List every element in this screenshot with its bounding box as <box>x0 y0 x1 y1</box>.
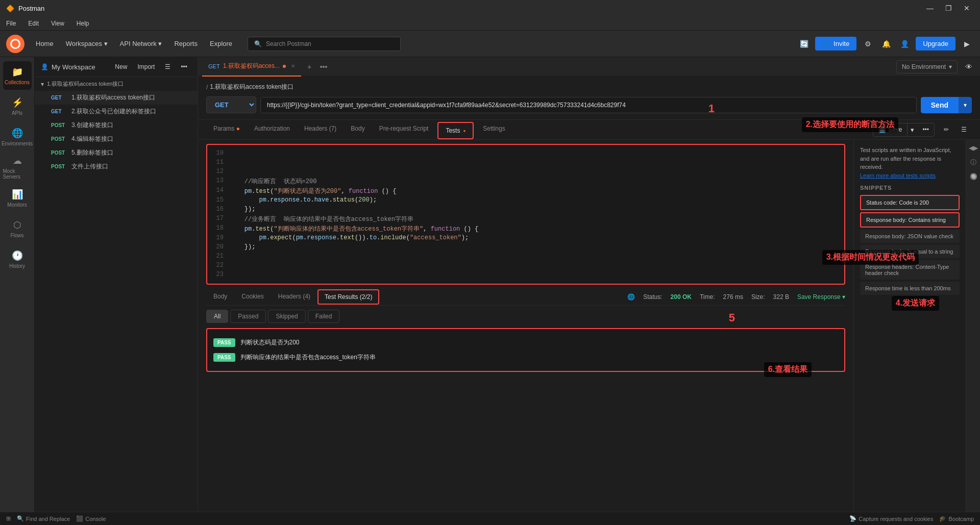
req-tab-authorization[interactable]: Authorization <box>247 120 297 139</box>
docs-button[interactable]: ☰ <box>956 123 972 136</box>
console-item[interactable]: ⬛ Console <box>76 515 106 522</box>
more-button[interactable]: ••• <box>177 61 191 72</box>
method-select[interactable]: GET POST PUT DELETE <box>206 96 256 113</box>
rp-icon-2[interactable]: ⓘ <box>967 156 979 168</box>
maximize-button[interactable]: ❐ <box>941 1 955 15</box>
resp-tab-cookies[interactable]: Cookies <box>234 289 271 305</box>
method-post-badge-6: POST <box>51 164 67 169</box>
rp-icon-3[interactable]: 🔘 <box>967 170 979 183</box>
capture-item[interactable]: 📡 Capture requests and cookies <box>849 515 933 522</box>
menu-edit[interactable]: Edit <box>26 19 41 28</box>
sidebar-item-environments[interactable]: 🌐 Environments <box>3 122 32 151</box>
resp-tab-headers[interactable]: Headers (4) <box>271 289 317 305</box>
collection-group-header[interactable]: ▾ 1.获取鉴权码access token接口 <box>35 77 198 91</box>
code-line-23: 23 <box>211 270 840 280</box>
more-options-button[interactable]: ••• <box>917 123 934 136</box>
filter-failed[interactable]: Failed <box>308 310 340 323</box>
snippet-response-contains[interactable]: Response body: Contains string <box>860 212 960 228</box>
env-settings-icon[interactable]: 👁 <box>962 60 976 74</box>
settings-icon[interactable]: ⚙ <box>861 37 875 51</box>
code-line-20: 20 }); <box>211 243 840 252</box>
req-tab-tests[interactable]: Tests ● <box>437 122 474 139</box>
resp-tab-body[interactable]: Body <box>206 289 234 305</box>
console-icon: ⬛ <box>76 515 83 522</box>
sidebar-item-mock-servers[interactable]: ☁ Mock Servers <box>3 153 32 182</box>
environment-dropdown[interactable]: No Environment ▾ <box>896 60 958 73</box>
notification-icon[interactable]: 🔔 <box>879 37 893 51</box>
snippet-content-type[interactable]: Response headers: Content-Type header ch… <box>860 260 960 280</box>
req-tab-settings[interactable]: Settings <box>476 120 512 139</box>
send-dropdown-button[interactable]: ▾ <box>959 97 972 113</box>
header-right: 🔄 👤 Invite ⚙ 🔔 👤 Upgrade ▶ <box>797 37 974 51</box>
main-layout: 📁 Collections ⚡ APIs 🌐 Environments ☁ Mo… <box>0 57 980 525</box>
sync-icon[interactable]: 🔄 <box>797 37 811 51</box>
close-button[interactable]: ✕ <box>960 1 974 15</box>
sidebar-item-apis[interactable]: ⚡ APIs <box>3 92 32 120</box>
edit-button[interactable]: ✏ <box>939 123 954 136</box>
nav-reports[interactable]: Reports <box>169 37 203 51</box>
code-editor[interactable]: 10 11 12 13 //响应断言 状态码=200 14 pm.test("判… <box>206 144 845 285</box>
nav-explore[interactable]: Explore <box>205 37 237 51</box>
filter-button[interactable]: ☰ <box>161 61 175 72</box>
url-input[interactable] <box>260 97 917 113</box>
editor-area: 10 11 12 13 //响应断言 状态码=200 14 pm.test("判… <box>198 140 980 525</box>
req-tab-body[interactable]: Body <box>344 120 372 139</box>
req-tab-headers[interactable]: Headers (7) <box>297 120 344 139</box>
request-area: / 1.获取鉴权码access token接口 GET POST PUT DEL… <box>198 77 980 120</box>
add-tab-button[interactable]: + <box>303 61 315 73</box>
sidebar-item-monitors[interactable]: 📊 Monitors <box>3 184 32 212</box>
layout-toggle[interactable]: ⊞ <box>6 515 11 522</box>
bootcamp-icon: 🎓 <box>939 515 946 522</box>
code-line-21: 21 <box>211 252 840 261</box>
upgrade-button[interactable]: Upgrade <box>916 37 955 51</box>
request-item-5[interactable]: POST 5.删除标签接口 <box>35 146 198 160</box>
more-tabs-button[interactable]: ••• <box>317 61 330 73</box>
filter-skipped[interactable]: Skipped <box>268 310 305 323</box>
request-item-2[interactable]: GET 2.获取公众号已创建的标签接口 <box>35 105 198 118</box>
request-item-6[interactable]: POST 文件上传接口 <box>35 160 198 173</box>
menu-file[interactable]: File <box>4 19 18 28</box>
request-name-3: 3.创建标签接口 <box>71 121 113 130</box>
minimize-button[interactable]: — <box>923 1 937 15</box>
sidebar-item-history[interactable]: 🕐 History <box>3 245 32 273</box>
nav-home[interactable]: Home <box>31 37 59 51</box>
tab-close-icon[interactable]: ✕ <box>291 63 295 69</box>
menu-view[interactable]: View <box>49 19 66 28</box>
send-button[interactable]: Send <box>921 97 959 113</box>
sidebar-item-flows[interactable]: ⬡ Flows <box>3 214 32 243</box>
save-dropdown-button[interactable]: ▾ <box>907 123 917 136</box>
snippet-json-check[interactable]: Response body: JSON value check <box>860 230 960 243</box>
invite-button[interactable]: 👤 Invite <box>815 37 856 51</box>
rp-icon-1[interactable]: ◀▶ <box>967 142 979 154</box>
active-tab[interactable]: GET 1.获取鉴权码acces... ✕ <box>202 57 301 77</box>
nav-workspaces[interactable]: Workspaces ▾ <box>61 37 113 51</box>
req-tab-params[interactable]: Params ● <box>206 120 247 139</box>
menu-help[interactable]: Help <box>75 19 91 28</box>
snippet-equal-string[interactable]: Response body: Is equal to a string <box>860 245 960 258</box>
profile-icon[interactable]: 👤 <box>897 37 912 51</box>
nav-api-network[interactable]: API Network ▾ <box>115 37 167 51</box>
find-replace-item[interactable]: 🔍 Find and Replace <box>17 515 70 522</box>
sidebar-item-collections[interactable]: 📁 Collections <box>3 61 32 90</box>
save-main-button[interactable]: 💾 Save <box>873 123 907 136</box>
resp-tab-test-results[interactable]: Test Results (2/2) <box>317 289 379 305</box>
request-item-1[interactable]: GET 1.获取鉴权码access token接口 <box>35 91 198 105</box>
snippets-learn-more-link[interactable]: Learn more about tests scripts <box>860 172 936 179</box>
filter-all[interactable]: All <box>206 310 228 323</box>
chevron-down-icon: ▾ <box>41 81 44 88</box>
import-button[interactable]: Import <box>133 61 159 72</box>
filter-passed[interactable]: Passed <box>230 310 266 323</box>
workspace-icon: 👤 <box>41 63 48 70</box>
new-button[interactable]: New <box>111 61 131 72</box>
request-item-4[interactable]: POST 4.编辑标签接口 <box>35 132 198 146</box>
search-bar[interactable]: 🔍 Search Postman <box>248 37 401 51</box>
request-item-3[interactable]: POST 3.创建标签接口 <box>35 118 198 132</box>
bootcamp-item[interactable]: 🎓 Bootcamp <box>939 515 974 522</box>
expand-icon[interactable]: ▶ <box>960 37 974 51</box>
save-response-button[interactable]: Save Response ▾ <box>797 293 845 301</box>
snippet-response-time[interactable]: Response time is less than 200ms <box>860 282 960 295</box>
snippet-status-200[interactable]: Status code: Code is 200 <box>860 195 960 210</box>
req-tab-pre-request[interactable]: Pre-request Script <box>372 120 436 139</box>
pass-badge-2: PASS <box>213 353 235 362</box>
code-line-22: 22 <box>211 261 840 270</box>
